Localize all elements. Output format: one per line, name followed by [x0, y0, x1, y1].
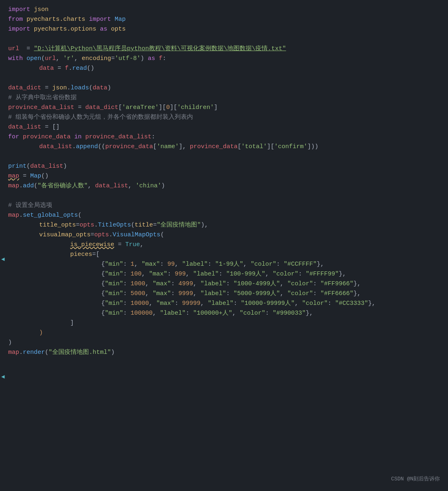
line-29: {"min": 1000, "max": 4999, "label": "100… [8, 279, 441, 289]
line-23: title_opts=opts.TitleOpts(title="全国疫情地图"… [8, 220, 441, 230]
line-9: data_dict = json.loads(data) [8, 83, 441, 93]
line-30: {"min": 5000, "max": 9999, "label": "500… [8, 289, 441, 299]
line-24: visualmap_opts=opts.VisualMapOpts( [8, 230, 441, 240]
line-14: for province_data in province_data_list: [8, 132, 441, 142]
line-26: pieces=[ [8, 250, 441, 260]
line-13: data_list = [] [8, 122, 441, 132]
line-18: map = Map() [8, 171, 441, 181]
line-22: map.set_global_opts( [8, 211, 441, 220]
line-25: is_piecewise = True, [8, 240, 441, 250]
line-12: # 组装每个省份和确诊人数为元组，并各个省的数据都封装入列表内 [8, 113, 441, 122]
line-11: province_data_list = data_dict['areaTree… [8, 103, 441, 113]
line-10: # 从字典中取出省份数据 [8, 93, 441, 103]
code-editor: import json from pyecharts.charts import… [0, 0, 448, 491]
line-blank-2 [8, 73, 441, 83]
line-blank-1 [8, 34, 441, 44]
line-34: ) [8, 328, 441, 338]
line-2: from pyecharts.charts import Map [8, 15, 441, 24]
line-36: map.render("全国疫情地图.html") [8, 348, 441, 358]
left-indicator-1: ◀ [1, 255, 4, 264]
line-blank-4 [8, 191, 441, 201]
line-6: with open(url, 'r', encoding='utf-8') as… [8, 54, 441, 64]
line-19: map.add("各省份确诊人数", data_list, 'china') [8, 181, 441, 191]
line-17: print(data_list) [8, 162, 441, 171]
watermark: CSDN @N刻后告诉你 [391, 475, 440, 484]
line-7: data = f.read() [8, 64, 441, 73]
line-27: {"min": 1, "max": 99, "label": "1-99人", … [8, 260, 441, 269]
line-28: {"min": 100, "max": 999, "label": "100-9… [8, 269, 441, 279]
line-5: url = "D:\计算机\Python\黑马程序员python教程\资料\可视… [8, 44, 441, 54]
line-blank-3 [8, 152, 441, 162]
line-15: data_list.append((province_data['name'],… [8, 142, 441, 152]
left-indicator-2: ◀ [1, 372, 4, 381]
line-35: ) [8, 338, 441, 348]
line-33: ] [8, 318, 441, 328]
line-21: # 设置全局选项 [8, 201, 441, 211]
line-1: import json [8, 5, 441, 15]
line-31: {"min": 10000, "max": 99999, "label": "1… [8, 299, 441, 309]
line-32: {"min": 100000, "label": "100000+人", "co… [8, 309, 441, 318]
line-3: import pyecharts.options as opts [8, 24, 441, 34]
